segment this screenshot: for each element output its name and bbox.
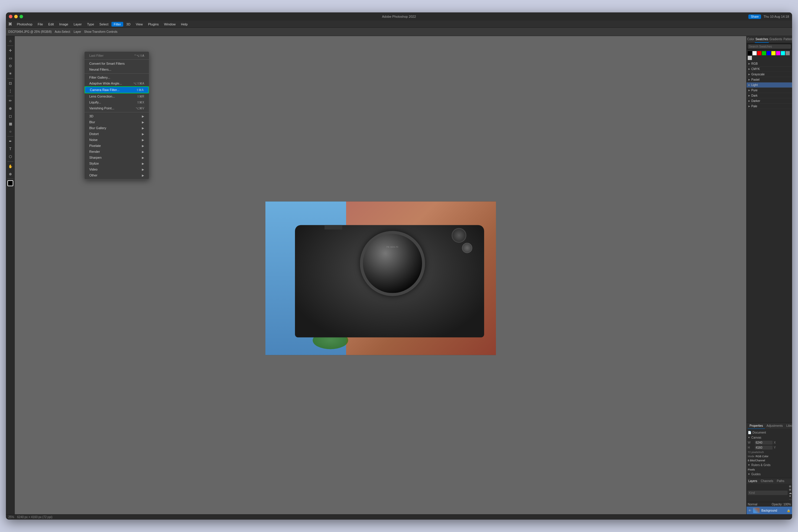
dd-adaptive-wide[interactable]: Adaptive Wide Angle... ⌥⇧⌘A xyxy=(84,80,149,86)
dd-sep-3 xyxy=(84,112,149,112)
dd-distort[interactable]: Distort ▶ xyxy=(84,131,149,137)
tool-separator-6 xyxy=(7,179,13,179)
auto-select-label: Auto-Select: xyxy=(55,30,71,33)
canvas-image-container: FE 4/24-70 xyxy=(265,201,399,266)
crop-tool[interactable]: ⊡ xyxy=(7,80,14,87)
transform-label: Show Transform Controls xyxy=(84,30,117,33)
dd-video[interactable]: Video ▶ xyxy=(84,166,149,172)
menu-image[interactable]: Image xyxy=(57,22,71,26)
menu-view[interactable]: View xyxy=(133,22,145,26)
tool-separator-3 xyxy=(7,96,13,96)
text-tool[interactable]: T xyxy=(7,146,14,152)
zoom-tool[interactable]: ⊕ xyxy=(7,171,14,178)
dd-blur[interactable]: Blur ▶ xyxy=(84,119,149,125)
dd-liquify[interactable]: Liquify... ⇧⌘X xyxy=(84,99,149,105)
clone-tool[interactable]: ⊕ xyxy=(7,105,14,112)
menu-plugins[interactable]: Plugins xyxy=(146,22,161,26)
menu-select[interactable]: Select xyxy=(97,22,111,26)
dd-sep-1 xyxy=(84,59,149,60)
dd-convert-smart[interactable]: Convert for Smart Filters xyxy=(84,61,149,66)
canvas-area: FE 4/24-70 Last Filter ⌃⌥⇧A Convert f xyxy=(15,36,399,266)
dd-3d[interactable]: 3D ▶ xyxy=(84,113,149,119)
lasso-tool[interactable]: ⊙ xyxy=(7,62,14,70)
gradient-tool[interactable]: ▦ xyxy=(7,120,14,127)
close-button[interactable] xyxy=(9,15,13,18)
dd-vanishing-point[interactable]: Vanishing Point... ⌥⌘V xyxy=(84,105,149,111)
move-tool[interactable]: ✛ xyxy=(7,47,14,54)
foreground-color[interactable] xyxy=(7,180,13,186)
tool-separator-2 xyxy=(7,78,13,79)
menu-window[interactable]: Window xyxy=(162,22,178,26)
magic-wand-tool[interactable]: ✳ xyxy=(7,70,14,77)
dd-sharpen[interactable]: Sharpen ▶ xyxy=(84,155,149,160)
filter-dropdown: Last Filter ⌃⌥⇧A Convert for Smart Filte… xyxy=(84,52,149,179)
brush-tool[interactable]: ✏ xyxy=(7,97,14,104)
dd-blur-gallery[interactable]: Blur Gallery ▶ xyxy=(84,125,149,131)
tool-separator-1 xyxy=(7,45,13,46)
eraser-tool[interactable]: ◻ xyxy=(7,113,14,120)
left-toolbar: ⌂ ✛ ▭ ⊙ ✳ ⊡ ⋮ ✏ ⊕ ◻ ▦ ○ ✒ T ⬡ ✋ ⊕ xyxy=(6,36,15,266)
apple-icon[interactable]: ⌘ xyxy=(8,22,12,26)
menu-layer[interactable]: Layer xyxy=(71,22,84,26)
pen-tool[interactable]: ✒ xyxy=(7,138,14,145)
title-bar: Adobe Photoshop 2022 Share Thu 10 Aug 14… xyxy=(6,13,399,21)
dodge-tool[interactable]: ○ xyxy=(7,128,14,135)
home-tool[interactable]: ⌂ xyxy=(7,37,14,44)
dd-filter-gallery[interactable]: Filter Gallery... xyxy=(84,75,149,80)
menu-file[interactable]: File xyxy=(36,22,45,26)
dd-camera-raw[interactable]: Camera Raw Filter... ⇧⌘A xyxy=(84,86,149,93)
dd-other[interactable]: Other ▶ xyxy=(84,172,149,178)
main-layout: ⌂ ✛ ▭ ⊙ ✳ ⊡ ⋮ ✏ ⊕ ◻ ▦ ○ ✒ T ⬡ ✋ ⊕ xyxy=(6,36,399,266)
dd-lens-correction[interactable]: Lens Correction... ⇧⌘R xyxy=(84,93,149,99)
window-title: Adobe Photoshop 2022 xyxy=(382,15,399,18)
dd-noise[interactable]: Noise ▶ xyxy=(84,137,149,143)
minimize-button[interactable] xyxy=(14,15,18,18)
hand-tool[interactable]: ✋ xyxy=(7,163,14,170)
dd-pixelate[interactable]: Pixelate ▶ xyxy=(84,143,149,149)
eyedropper-tool[interactable]: ⋮ xyxy=(7,88,14,95)
menu-type[interactable]: Type xyxy=(84,22,96,26)
menu-bar: ⌘ Photoshop File Edit Image Layer Type S… xyxy=(6,21,399,28)
maximize-button[interactable] xyxy=(19,15,23,18)
shape-tool[interactable]: ⬡ xyxy=(7,153,14,160)
menu-edit[interactable]: Edit xyxy=(46,22,56,26)
select-tool[interactable]: ▭ xyxy=(7,55,14,62)
dd-neural-filters[interactable]: Neural Filters... xyxy=(84,66,149,72)
dd-stylize[interactable]: Stylize ▶ xyxy=(84,160,149,166)
options-bar: DSCF0494.JPG @ 25% (RGB/8) Auto-Select: … xyxy=(6,28,399,36)
menu-filter[interactable]: Filter xyxy=(111,22,123,26)
app-window: Adobe Photoshop 2022 Share Thu 10 Aug 14… xyxy=(6,13,399,266)
menu-3d[interactable]: 3D xyxy=(124,22,133,26)
dd-sep-2 xyxy=(84,73,149,74)
dd-render[interactable]: Render ▶ xyxy=(84,149,149,155)
dd-last-filter[interactable]: Last Filter ⌃⌥⇧A xyxy=(84,53,149,58)
layer-label: Layer xyxy=(74,30,81,33)
traffic-lights xyxy=(9,15,23,18)
doc-filename: DSCF0494.JPG @ 25% (RGB/8) xyxy=(8,30,52,33)
menu-help[interactable]: Help xyxy=(178,22,190,26)
menu-photoshop[interactable]: Photoshop xyxy=(15,22,35,26)
